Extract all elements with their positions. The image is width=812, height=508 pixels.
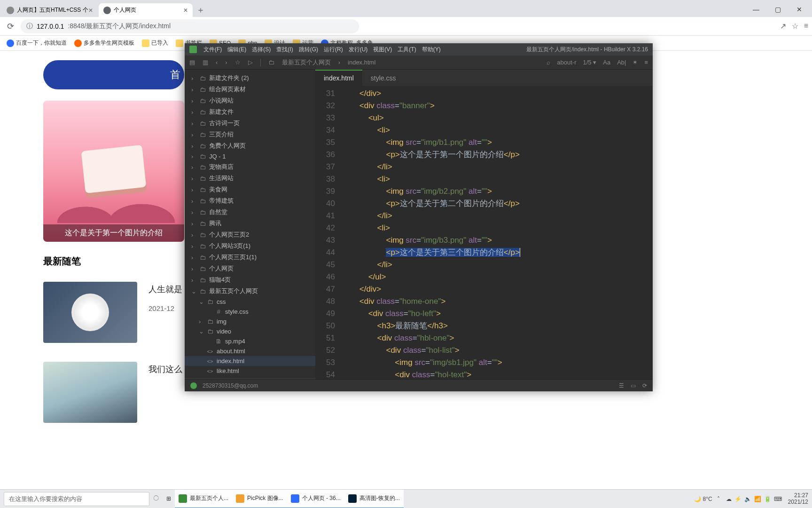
explorer-item[interactable]: › 个人网页三页1(1) [185,252,315,263]
nav-forward-button[interactable]: › [225,59,227,66]
explorer-item[interactable]: › 帝博建筑 [185,195,315,206]
explorer-item[interactable]: sp.mp4 [185,336,315,346]
menu-item[interactable]: 选择(S) [252,46,271,53]
taskbar-app[interactable]: PicPick 图像... [232,490,287,508]
regex-toggle[interactable]: ✶ [632,59,638,66]
code-editor[interactable]: 31 32 33 34 35 36 37 38 39 40 41 42 43 4… [315,86,653,379]
browser-menu-icon[interactable]: ≡ [804,22,808,31]
explorer-item[interactable]: › 个人网站3页(1) [185,240,315,252]
explorer-item[interactable]: › 三页介绍 [185,129,315,140]
explorer-item[interactable]: › 生活网站 [185,173,315,184]
taskbar-app[interactable]: 个人网页 - 36... [287,490,344,508]
explorer-item[interactable]: › 免费个人网页 [185,140,315,151]
tray-icon[interactable]: 📶 [754,496,761,502]
status-icon[interactable]: ⟳ [642,382,647,389]
window-close-button[interactable]: ✕ [789,2,810,17]
cortana-button[interactable]: 〇 [149,490,163,508]
case-toggle[interactable]: Aa [603,59,610,66]
explorer-item[interactable]: › 自然堂 [185,206,315,218]
tab-close-icon[interactable]: ✕ [88,7,93,14]
star-icon[interactable]: ☆ [235,59,241,66]
breadcrumb-item[interactable]: 最新五页个人网页 [282,58,331,67]
nav-back-button[interactable]: ‹ [216,59,218,66]
tray-icon[interactable]: 🔈 [744,496,751,502]
explorer-item[interactable]: ⌄ 最新五页个人网页 [185,286,315,297]
project-explorer[interactable]: › 新建文件夹 (2) › 组合网页素材 › 小说网站 › 新建文件 › 古诗词… [185,70,315,379]
menu-item[interactable]: 查找(I) [276,46,293,53]
taskbar-search-input[interactable]: 在这里输入你要搜索的内容 [4,492,149,506]
status-icon[interactable]: ▭ [631,382,636,389]
explorer-item[interactable]: › 古诗词一页 [185,118,315,129]
bookmark-item[interactable]: 已导入 [139,37,171,49]
explorer-item[interactable]: › 美食网 [185,184,315,195]
weather-widget[interactable]: 🌙 8°C [694,496,712,502]
more-icon[interactable]: ≡ [644,59,648,66]
tray-icon[interactable]: ☁ [726,496,732,502]
task-view-button[interactable]: ⊞ [163,490,175,508]
tray-overflow-icon[interactable]: ˄ [717,496,720,502]
word-toggle[interactable]: Ab| [617,59,626,66]
menu-item[interactable]: 工具(T) [398,46,416,53]
clock[interactable]: 21:27 2021/12 [788,492,808,505]
menu-item[interactable]: 发行(U) [349,46,368,53]
code-content[interactable]: </div> <div class="banner"> <ul> <li> <i… [342,86,653,379]
bookmark-star-icon[interactable]: ☆ [792,22,798,31]
nav-item-home[interactable]: 首 [170,68,180,82]
tab-close-icon[interactable]: ✕ [183,7,188,14]
site-info-icon[interactable]: ⓘ [26,22,33,31]
app-icon [291,494,299,503]
explorer-item[interactable]: › 组合网页素材 [185,84,315,95]
bookmark-item[interactable]: 多多鱼学生网页模板 [71,37,137,49]
new-tab-button[interactable]: ＋ [194,3,208,17]
share-icon[interactable]: ↗ [780,22,786,31]
bookmark-item[interactable]: 百度一下，你就知道 [4,37,70,49]
chevron-icon: › [191,254,196,261]
menu-item[interactable]: 文件(F) [203,46,222,53]
menu-item[interactable]: 运行(R) [324,46,343,53]
explorer-item[interactable]: › 腾讯 [185,218,315,229]
window-minimize-button[interactable]: — [745,2,767,17]
explorer-item[interactable]: › 新建文件 [185,106,315,118]
taskbar-app[interactable]: 高清图-恢复的... [344,490,404,508]
sync-icon[interactable] [190,382,197,389]
explorer-item[interactable]: ⌄ video [185,326,315,336]
explorer-item[interactable]: ⌄ css [185,297,315,307]
search-text[interactable]: about-r [557,59,576,66]
chevron-icon: › [191,231,196,238]
site-nav[interactable]: 首 [43,60,184,89]
explorer-item[interactable]: › 小说网站 [185,95,315,106]
reload-button[interactable]: ⟳ [4,20,17,33]
window-maximize-button[interactable]: ▢ [767,2,789,17]
tray-icon[interactable]: 🔋 [764,496,771,502]
breadcrumb-item[interactable]: index.html [348,59,375,66]
explorer-item[interactable]: › 新建文件夹 (2) [185,72,315,84]
explorer-item[interactable]: › 个人网页三页2 [185,229,315,240]
search-icon[interactable]: ⌕ [547,59,550,66]
menu-item[interactable]: 编辑(E) [227,46,246,53]
url-input[interactable]: ⓘ 127.0.0.1:8848/最新五页个人网页/index.html [21,19,359,33]
toolbar-btn[interactable]: ▤ [189,59,195,66]
explorer-item[interactable]: index.html [185,356,315,366]
toolbar-btn[interactable]: ▥ [203,59,208,66]
editor-tab[interactable]: index.html [315,70,362,86]
folder-icon [199,254,206,261]
menu-item[interactable]: 视图(V) [373,46,392,53]
browser-tab[interactable]: 人网页】五页HTML+CSS 个 ✕ [2,3,98,17]
explorer-item[interactable]: › 个人网页 [185,263,315,274]
browser-tab-active[interactable]: 个人网页 ✕ [99,3,193,17]
explorer-item[interactable]: about.html [185,346,315,356]
explorer-item[interactable]: › JQ - 1 [185,151,315,161]
taskbar-app[interactable]: 最新五页个人... [175,490,232,508]
explorer-item[interactable]: style.css [185,307,315,317]
run-button[interactable]: ▷ [248,59,253,66]
tray-icon[interactable]: ⌨ [774,496,782,502]
menu-item[interactable]: 帮助(Y) [422,46,441,53]
menu-item[interactable]: 跳转(G) [299,46,318,53]
editor-tab[interactable]: style.css [362,71,405,86]
tray-icon[interactable]: ⚡ [734,496,742,502]
explorer-item[interactable]: like.html [185,366,315,376]
explorer-item[interactable]: › 猫咖4页 [185,274,315,286]
explorer-item[interactable]: › 宠物商店 [185,161,315,173]
explorer-item[interactable]: › img [185,317,315,326]
status-icon[interactable]: ☰ [619,382,624,389]
